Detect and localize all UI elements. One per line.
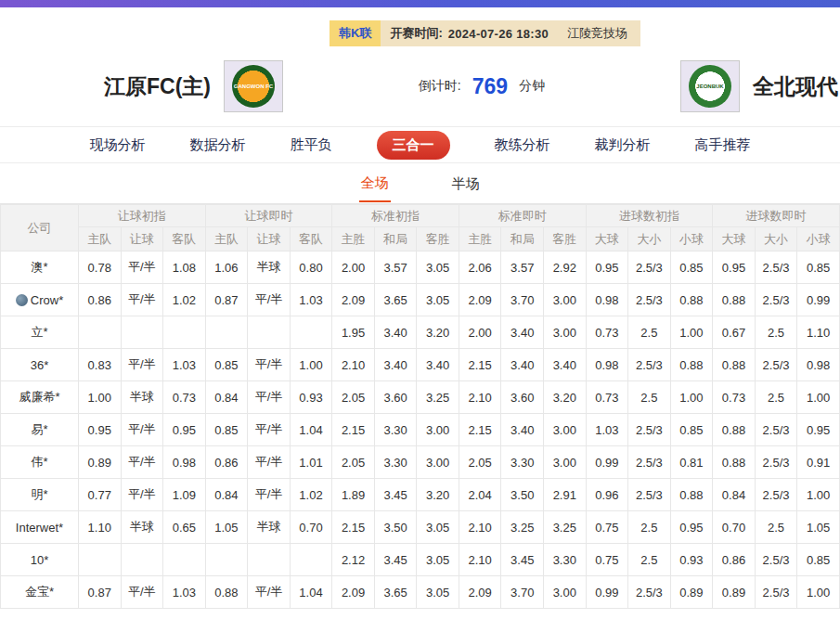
odds-cell[interactable]: 3.00 — [544, 284, 587, 316]
odds-cell[interactable]: 3.57 — [374, 251, 417, 284]
odds-cell[interactable]: 2.10 — [459, 511, 501, 544]
odds-cell[interactable]: 0.80 — [290, 251, 332, 284]
odds-cell[interactable]: 2.10 — [459, 381, 501, 414]
odds-cell[interactable]: 3.00 — [544, 316, 587, 349]
odds-cell[interactable]: 0.84 — [205, 479, 248, 511]
league-badge[interactable]: 韩K联 — [330, 20, 381, 46]
odds-cell[interactable]: 0.98 — [163, 446, 206, 479]
odds-cell[interactable]: 平/半 — [248, 479, 291, 511]
odds-cell[interactable]: 0.86 — [79, 284, 122, 316]
nav-item-three-in-one-active[interactable]: 三合一 — [377, 131, 450, 160]
odds-cell[interactable]: 3.65 — [374, 576, 417, 609]
odds-cell[interactable]: 0.88 — [713, 349, 756, 381]
odds-cell[interactable]: 3.05 — [417, 511, 459, 544]
odds-cell[interactable]: 0.98 — [586, 284, 628, 316]
odds-cell[interactable]: 1.10 — [797, 316, 840, 349]
odds-cell[interactable]: 3.65 — [374, 284, 417, 316]
subtab-half-time[interactable]: 半场 — [450, 165, 482, 201]
odds-cell[interactable]: 平/半 — [248, 349, 291, 381]
odds-cell[interactable]: 0.75 — [586, 544, 628, 576]
odds-cell[interactable]: 0.77 — [79, 479, 122, 511]
odds-cell[interactable]: 0.85 — [205, 414, 248, 446]
odds-cell[interactable]: 1.00 — [797, 381, 840, 414]
nav-item-live-analysis[interactable]: 现场分析 — [90, 136, 146, 154]
odds-cell[interactable]: 平/半 — [121, 479, 163, 511]
odds-cell[interactable]: 0.89 — [713, 576, 756, 609]
odds-cell[interactable]: 2.15 — [332, 511, 375, 544]
odds-cell[interactable]: 3.25 — [544, 511, 587, 544]
company-cell[interactable]: 伟* — [1, 446, 79, 479]
company-cell[interactable]: Crow* — [1, 284, 79, 316]
odds-cell[interactable]: 0.87 — [205, 284, 248, 316]
odds-cell[interactable]: 0.83 — [79, 349, 122, 381]
nav-item-coach-analysis[interactable]: 教练分析 — [495, 136, 550, 154]
odds-cell[interactable]: 平/半 — [121, 284, 163, 316]
odds-cell[interactable]: 3.40 — [501, 316, 544, 349]
odds-cell[interactable]: 3.60 — [501, 381, 544, 414]
odds-cell[interactable]: 3.40 — [544, 349, 587, 381]
odds-cell[interactable]: 0.70 — [713, 511, 756, 544]
odds-cell[interactable] — [163, 544, 206, 576]
odds-cell[interactable]: 0.85 — [670, 251, 713, 284]
odds-cell[interactable]: 0.87 — [79, 576, 122, 609]
odds-cell[interactable]: 2.15 — [459, 414, 501, 446]
odds-cell[interactable]: 半球 — [248, 251, 291, 284]
odds-cell[interactable]: 2.09 — [332, 576, 375, 609]
odds-cell[interactable]: 0.93 — [290, 381, 332, 414]
odds-cell[interactable]: 0.88 — [713, 284, 756, 316]
odds-cell[interactable]: 平/半 — [121, 446, 163, 479]
odds-cell[interactable]: 0.99 — [586, 576, 628, 609]
odds-cell[interactable] — [290, 544, 332, 576]
odds-cell[interactable]: 1.89 — [332, 479, 375, 511]
odds-cell[interactable]: 0.81 — [670, 446, 713, 479]
odds-cell[interactable]: 3.00 — [417, 414, 459, 446]
odds-cell[interactable]: 0.84 — [713, 479, 756, 511]
odds-cell[interactable]: 1.10 — [79, 511, 122, 544]
odds-cell[interactable]: 2.5/3 — [628, 576, 671, 609]
odds-cell[interactable]: 1.00 — [797, 576, 840, 609]
odds-cell[interactable]: 3.40 — [501, 414, 544, 446]
odds-cell[interactable]: 2.5/3 — [628, 349, 671, 381]
odds-cell[interactable] — [79, 316, 122, 349]
odds-cell[interactable]: 0.98 — [586, 349, 628, 381]
odds-cell[interactable] — [290, 316, 332, 349]
odds-cell[interactable]: 3.20 — [417, 316, 459, 349]
company-cell[interactable]: 威廉希* — [1, 381, 79, 414]
odds-cell[interactable]: 1.08 — [163, 251, 206, 284]
odds-cell[interactable]: 2.5 — [755, 381, 797, 414]
odds-cell[interactable]: 3.00 — [544, 446, 587, 479]
odds-cell[interactable]: 3.30 — [374, 446, 417, 479]
odds-cell[interactable]: 3.05 — [417, 544, 459, 576]
odds-cell[interactable]: 平/半 — [248, 381, 291, 414]
odds-cell[interactable]: 1.00 — [797, 479, 840, 511]
odds-cell[interactable]: 2.5/3 — [628, 414, 671, 446]
odds-cell[interactable]: 平/半 — [248, 284, 291, 316]
odds-cell[interactable]: 2.10 — [332, 349, 375, 381]
odds-cell[interactable]: 2.5/3 — [755, 251, 797, 284]
odds-cell[interactable]: 1.00 — [79, 381, 122, 414]
odds-cell[interactable]: 3.40 — [374, 316, 417, 349]
odds-cell[interactable]: 0.88 — [670, 349, 713, 381]
odds-cell[interactable]: 0.86 — [205, 446, 248, 479]
odds-cell[interactable]: 0.95 — [586, 251, 628, 284]
odds-cell[interactable]: 0.99 — [586, 446, 628, 479]
odds-cell[interactable]: 平/半 — [121, 414, 163, 446]
odds-cell[interactable]: 2.5 — [628, 544, 671, 576]
odds-cell[interactable]: 3.25 — [417, 381, 459, 414]
odds-cell[interactable]: 半球 — [248, 511, 291, 544]
odds-cell[interactable]: 3.40 — [417, 349, 459, 381]
odds-cell[interactable]: 2.5 — [628, 316, 671, 349]
odds-cell[interactable]: 3.60 — [374, 381, 417, 414]
odds-cell[interactable]: 0.85 — [205, 349, 248, 381]
odds-cell[interactable]: 0.96 — [586, 479, 628, 511]
odds-cell[interactable]: 0.95 — [163, 414, 206, 446]
nav-item-win-draw-loss[interactable]: 胜平负 — [291, 136, 332, 154]
odds-cell[interactable]: 平/半 — [248, 446, 291, 479]
odds-cell[interactable]: 2.5 — [755, 511, 797, 544]
company-cell[interactable]: 明* — [1, 479, 79, 511]
odds-cell[interactable]: 2.09 — [332, 284, 375, 316]
odds-cell[interactable]: 2.5/3 — [755, 576, 797, 609]
odds-cell[interactable]: 0.73 — [163, 381, 206, 414]
odds-cell[interactable]: 0.98 — [797, 349, 840, 381]
odds-cell[interactable]: 1.00 — [670, 381, 713, 414]
